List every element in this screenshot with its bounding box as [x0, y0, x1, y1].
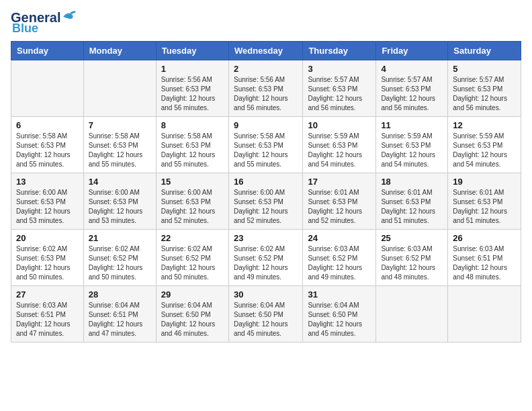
day-number: 9 — [234, 120, 298, 130]
day-number: 10 — [308, 120, 371, 130]
calendar-cell: 29Sunrise: 6:04 AM Sunset: 6:50 PM Dayli… — [156, 286, 228, 342]
day-info: Sunrise: 6:04 AM Sunset: 6:50 PM Dayligh… — [234, 301, 298, 338]
calendar-week-row: 13Sunrise: 6:00 AM Sunset: 6:53 PM Dayli… — [11, 173, 521, 230]
day-info: Sunrise: 6:02 AM Sunset: 6:52 PM Dayligh… — [161, 244, 224, 282]
day-info: Sunrise: 5:57 AM Sunset: 6:53 PM Dayligh… — [381, 75, 443, 113]
day-number: 19 — [453, 177, 516, 187]
day-number: 30 — [234, 289, 298, 300]
column-header-thursday: Thursday — [303, 42, 376, 60]
column-header-tuesday: Tuesday — [156, 42, 228, 60]
day-info: Sunrise: 6:01 AM Sunset: 6:53 PM Dayligh… — [453, 188, 516, 226]
calendar-cell: 22Sunrise: 6:02 AM Sunset: 6:52 PM Dayli… — [156, 230, 228, 286]
day-info: Sunrise: 5:58 AM Sunset: 6:53 PM Dayligh… — [16, 132, 79, 169]
calendar-cell: 27Sunrise: 6:03 AM Sunset: 6:51 PM Dayli… — [11, 286, 84, 342]
day-info: Sunrise: 5:57 AM Sunset: 6:53 PM Dayligh… — [308, 75, 371, 113]
calendar-cell: 7Sunrise: 5:58 AM Sunset: 6:53 PM Daylig… — [83, 117, 156, 173]
calendar-cell: 11Sunrise: 5:59 AM Sunset: 6:53 PM Dayli… — [376, 117, 448, 173]
calendar-cell: 21Sunrise: 6:02 AM Sunset: 6:52 PM Dayli… — [83, 230, 156, 286]
column-header-wednesday: Wednesday — [228, 42, 302, 60]
calendar-cell: 12Sunrise: 5:59 AM Sunset: 6:53 PM Dayli… — [448, 117, 521, 173]
calendar-cell: 26Sunrise: 6:03 AM Sunset: 6:51 PM Dayli… — [448, 230, 521, 286]
day-info: Sunrise: 6:03 AM Sunset: 6:51 PM Dayligh… — [16, 301, 79, 338]
page-header: General Blue — [11, 11, 521, 36]
day-info: Sunrise: 6:00 AM Sunset: 6:53 PM Dayligh… — [234, 188, 298, 226]
day-number: 29 — [161, 289, 224, 300]
day-number: 27 — [16, 289, 79, 300]
day-info: Sunrise: 6:03 AM Sunset: 6:52 PM Dayligh… — [308, 244, 371, 282]
day-info: Sunrise: 6:00 AM Sunset: 6:53 PM Dayligh… — [89, 188, 151, 226]
calendar-cell — [376, 286, 448, 342]
day-info: Sunrise: 5:59 AM Sunset: 6:53 PM Dayligh… — [381, 132, 443, 169]
column-header-saturday: Saturday — [448, 42, 521, 60]
calendar-header-row: SundayMondayTuesdayWednesdayThursdayFrid… — [11, 42, 521, 60]
calendar-cell: 24Sunrise: 6:03 AM Sunset: 6:52 PM Dayli… — [303, 230, 376, 286]
day-number: 7 — [89, 120, 151, 130]
day-number: 17 — [308, 177, 371, 187]
calendar-cell: 2Sunrise: 5:56 AM Sunset: 6:53 PM Daylig… — [228, 60, 302, 117]
calendar-week-row: 20Sunrise: 6:02 AM Sunset: 6:53 PM Dayli… — [11, 230, 521, 286]
calendar-cell — [448, 286, 521, 342]
calendar-cell: 14Sunrise: 6:00 AM Sunset: 6:53 PM Dayli… — [83, 173, 156, 230]
calendar-week-row: 6Sunrise: 5:58 AM Sunset: 6:53 PM Daylig… — [11, 117, 521, 173]
calendar-cell: 23Sunrise: 6:02 AM Sunset: 6:52 PM Dayli… — [228, 230, 302, 286]
day-info: Sunrise: 5:59 AM Sunset: 6:53 PM Dayligh… — [453, 132, 516, 169]
column-header-sunday: Sunday — [11, 42, 84, 60]
day-info: Sunrise: 5:56 AM Sunset: 6:53 PM Dayligh… — [234, 75, 298, 113]
calendar-cell: 8Sunrise: 5:58 AM Sunset: 6:53 PM Daylig… — [156, 117, 228, 173]
day-info: Sunrise: 6:04 AM Sunset: 6:51 PM Dayligh… — [89, 301, 151, 338]
day-info: Sunrise: 5:57 AM Sunset: 6:53 PM Dayligh… — [453, 75, 516, 113]
day-number: 11 — [381, 120, 443, 130]
day-number: 23 — [234, 233, 298, 243]
day-number: 31 — [308, 289, 371, 300]
day-info: Sunrise: 6:00 AM Sunset: 6:53 PM Dayligh… — [16, 188, 79, 226]
calendar-cell: 19Sunrise: 6:01 AM Sunset: 6:53 PM Dayli… — [448, 173, 521, 230]
calendar-week-row: 27Sunrise: 6:03 AM Sunset: 6:51 PM Dayli… — [11, 286, 521, 342]
day-number: 16 — [234, 177, 298, 187]
calendar-cell: 16Sunrise: 6:00 AM Sunset: 6:53 PM Dayli… — [228, 173, 302, 230]
logo-blue-text: Blue — [12, 21, 38, 36]
day-info: Sunrise: 5:56 AM Sunset: 6:53 PM Dayligh… — [161, 75, 224, 113]
calendar-cell: 15Sunrise: 6:00 AM Sunset: 6:53 PM Dayli… — [156, 173, 228, 230]
day-info: Sunrise: 6:02 AM Sunset: 6:52 PM Dayligh… — [234, 244, 298, 282]
day-number: 14 — [89, 177, 151, 187]
logo: General Blue — [11, 11, 77, 36]
day-number: 18 — [381, 177, 443, 187]
calendar-cell: 1Sunrise: 5:56 AM Sunset: 6:53 PM Daylig… — [156, 60, 228, 117]
day-number: 24 — [308, 233, 371, 243]
day-number: 26 — [453, 233, 516, 243]
day-number: 4 — [381, 64, 443, 74]
calendar-cell: 28Sunrise: 6:04 AM Sunset: 6:51 PM Dayli… — [83, 286, 156, 342]
day-info: Sunrise: 5:59 AM Sunset: 6:53 PM Dayligh… — [308, 132, 371, 169]
day-info: Sunrise: 6:04 AM Sunset: 6:50 PM Dayligh… — [308, 301, 371, 338]
day-number: 5 — [453, 64, 516, 74]
day-info: Sunrise: 5:58 AM Sunset: 6:53 PM Dayligh… — [234, 132, 298, 169]
day-number: 22 — [161, 233, 224, 243]
day-number: 2 — [234, 64, 298, 74]
logo-bird-icon — [62, 10, 77, 22]
day-number: 15 — [161, 177, 224, 187]
calendar-cell: 5Sunrise: 5:57 AM Sunset: 6:53 PM Daylig… — [448, 60, 521, 117]
day-info: Sunrise: 5:58 AM Sunset: 6:53 PM Dayligh… — [89, 132, 151, 169]
day-number: 6 — [16, 120, 79, 130]
calendar-cell: 20Sunrise: 6:02 AM Sunset: 6:53 PM Dayli… — [11, 230, 84, 286]
calendar-cell: 18Sunrise: 6:01 AM Sunset: 6:53 PM Dayli… — [376, 173, 448, 230]
calendar-cell: 31Sunrise: 6:04 AM Sunset: 6:50 PM Dayli… — [303, 286, 376, 342]
calendar-cell: 30Sunrise: 6:04 AM Sunset: 6:50 PM Dayli… — [228, 286, 302, 342]
calendar-cell: 17Sunrise: 6:01 AM Sunset: 6:53 PM Dayli… — [303, 173, 376, 230]
day-number: 13 — [16, 177, 79, 187]
day-info: Sunrise: 6:00 AM Sunset: 6:53 PM Dayligh… — [161, 188, 224, 226]
calendar-cell: 4Sunrise: 5:57 AM Sunset: 6:53 PM Daylig… — [376, 60, 448, 117]
day-info: Sunrise: 6:03 AM Sunset: 6:51 PM Dayligh… — [453, 244, 516, 282]
calendar-cell: 10Sunrise: 5:59 AM Sunset: 6:53 PM Dayli… — [303, 117, 376, 173]
day-number: 8 — [161, 120, 224, 130]
day-number: 20 — [16, 233, 79, 243]
day-number: 25 — [381, 233, 443, 243]
day-info: Sunrise: 5:58 AM Sunset: 6:53 PM Dayligh… — [161, 132, 224, 169]
day-number: 12 — [453, 120, 516, 130]
column-header-monday: Monday — [83, 42, 156, 60]
calendar-cell: 6Sunrise: 5:58 AM Sunset: 6:53 PM Daylig… — [11, 117, 84, 173]
calendar-cell — [11, 60, 84, 117]
calendar-cell: 13Sunrise: 6:00 AM Sunset: 6:53 PM Dayli… — [11, 173, 84, 230]
day-number: 3 — [308, 64, 371, 74]
day-info: Sunrise: 6:01 AM Sunset: 6:53 PM Dayligh… — [381, 188, 443, 226]
